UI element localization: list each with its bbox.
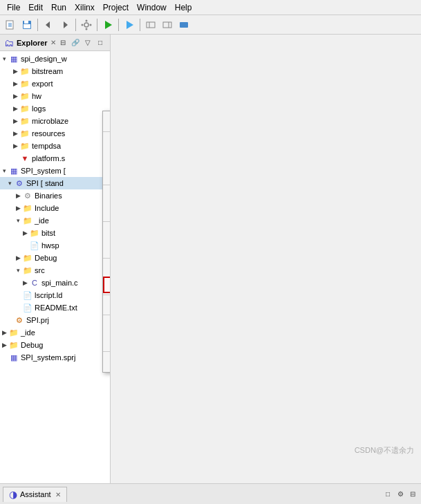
folder-icon-export: 📁 <box>19 79 30 88</box>
maximize-icon[interactable]: □ <box>95 37 106 48</box>
toolbar-separator-3 <box>97 19 97 31</box>
label-bitst: bitst <box>41 229 55 237</box>
ext1-button[interactable] <box>143 17 158 32</box>
main-layout: 🗂 Explorer ✕ ⊟ 🔗 ▽ □ ▾ ▦ spi_design_w <box>0 35 421 483</box>
tree-item-resources[interactable]: ▶ 📁 resources <box>0 127 110 140</box>
ctx-delete[interactable]: ✕ Delete <box>103 150 111 167</box>
folder-icon-src: 📁 <box>22 265 33 275</box>
debug-button[interactable] <box>122 17 137 32</box>
ctx-debug-as[interactable]: Debug As ▶ <box>103 333 111 350</box>
ctx-sep-5 <box>103 295 111 295</box>
tree-item-spi-design-w[interactable]: ▾ ▦ spi_design_w <box>0 53 110 65</box>
label-microblaze: microblaze <box>32 117 68 125</box>
label-debug: Debug <box>35 254 57 262</box>
ext2-button[interactable] <box>160 17 175 32</box>
panel-icons: ⊟ 🔗 ▽ □ <box>57 37 106 48</box>
save-button[interactable] <box>19 17 35 32</box>
assistant-tab-label: Assistant <box>20 490 51 498</box>
tree-item-binaries[interactable]: ▶ ⚙ Binaries <box>0 189 110 202</box>
menu-project[interactable]: Project <box>99 1 133 14</box>
tree-item-spi-system-sprj[interactable]: ▦ SPI_system.sprj <box>0 351 110 364</box>
panel-close[interactable]: ✕ <box>50 39 56 46</box>
menu-file[interactable]: File <box>3 1 24 14</box>
collapse-all-icon[interactable]: ⊟ <box>57 37 68 48</box>
tree-item-platform-s[interactable]: ▼ platform.s <box>0 152 110 165</box>
panel-title: Explorer <box>17 39 48 47</box>
toolbar <box>0 15 421 35</box>
assistant-icon: ◑ <box>9 489 17 500</box>
folder-icon-debug: 📁 <box>22 253 33 263</box>
ctx-build[interactable]: Build Project <box>103 223 111 240</box>
bottom-settings-icon[interactable]: ⚙ <box>395 489 406 500</box>
tree-item-include[interactable]: ▶ 📁 Include <box>0 202 110 214</box>
ctx-update-hw[interactable]: 📋 Update Hardware Specification <box>103 277 111 293</box>
svg-marker-8 <box>64 21 68 28</box>
link-icon[interactable]: 🔗 <box>70 37 81 48</box>
tree-item-src[interactable]: ▾ 📁 src <box>0 264 110 277</box>
arrow-spi-system: ▾ <box>0 167 8 174</box>
label-platform-s: platform.s <box>32 154 65 162</box>
ctx-properties[interactable]: Properties <box>103 353 111 370</box>
folder-icon-include: 📁 <box>22 203 33 213</box>
ctx-run-as[interactable]: Run As ▶ <box>103 317 111 333</box>
ext3-button[interactable] <box>176 17 191 32</box>
folder-icon-debug-root: 📁 <box>8 340 19 350</box>
bottom-tab-icons: □ ⚙ ⊟ <box>382 489 418 500</box>
arrow-include: ▶ <box>14 205 22 212</box>
run-button[interactable] <box>100 17 115 32</box>
toolbar-separator-2 <box>75 19 76 31</box>
tree-item-ide-root[interactable]: ▶ 📁 _ide <box>0 326 110 339</box>
tree-item-bitst[interactable]: ▶ 📁 bitst <box>0 227 110 239</box>
svg-point-11 <box>86 28 88 30</box>
bottom-layout-icon[interactable]: ⊟ <box>407 489 418 500</box>
tree-item-hwsp[interactable]: 📄 hwsp <box>0 239 110 252</box>
folder-icon-binaries: ⚙ <box>22 191 33 200</box>
tree-item-spi-prj[interactable]: ⚙ SPI.prj <box>0 314 110 326</box>
new-button[interactable] <box>3 17 18 32</box>
tree-item-lscript-ld[interactable]: 📄 lscript.ld <box>0 289 110 301</box>
menu-edit[interactable]: Edit <box>24 1 47 14</box>
tree-item-debug-root[interactable]: ▶ 📁 Debug <box>0 339 110 351</box>
tree-item-hw[interactable]: ▶ 📁 hw <box>0 90 110 102</box>
folder-icon-tempdsa: 📁 <box>19 141 30 151</box>
tree-item-logs[interactable]: ▶ 📁 logs <box>0 102 110 115</box>
folder-icon-bitstream: 📁 <box>19 66 30 76</box>
label-ide-root: _ide <box>21 328 35 337</box>
tree-item-microblaze[interactable]: ▶ 📁 microblaze <box>0 115 110 127</box>
menu-window[interactable]: Window <box>133 1 171 14</box>
ctx-copy-ref[interactable]: ↙ Copy referenced files into project <box>103 260 111 277</box>
ctx-export[interactable]: 📤 Export as Archive <box>103 203 111 220</box>
menu-run[interactable]: Run <box>47 1 71 14</box>
assistant-tab-close[interactable]: ✕ <box>55 491 61 498</box>
label-spi-prj: SPI.prj <box>26 316 49 324</box>
back-button[interactable] <box>41 17 56 32</box>
ctx-import[interactable]: 📥 Import Sources... <box>103 187 111 203</box>
tree-item-spi-main-c[interactable]: ▶ C spi_main.c <box>0 277 110 289</box>
svg-marker-7 <box>46 21 50 28</box>
settings-button[interactable] <box>79 17 94 32</box>
tree-item-spi-stand[interactable]: ▾ ⚙ SPI [ stand <box>0 177 110 189</box>
ctx-clean[interactable]: Clean Project <box>103 240 111 256</box>
label-tempdsa: tempdsa <box>32 142 61 150</box>
arrow-tempdsa: ▶ <box>11 142 19 149</box>
tree-item-spi-system[interactable]: ▾ ▦ SPI_system [ <box>0 165 110 177</box>
ctx-refresh[interactable]: Refresh <box>103 167 111 183</box>
tree-item-readme-txt[interactable]: 📄 README.txt <box>0 301 110 314</box>
menu-help[interactable]: Help <box>171 1 196 14</box>
forward-button[interactable] <box>57 17 73 32</box>
ctx-new[interactable]: New ▶ <box>103 113 111 130</box>
ctx-sep-4 <box>103 258 111 259</box>
menu-icon[interactable]: ▽ <box>82 37 93 48</box>
tree-item-export[interactable]: ▶ 📁 export <box>0 77 110 90</box>
tree-item-bitstream[interactable]: ▶ 📁 bitstream <box>0 65 110 77</box>
arrow-bitst: ▶ <box>21 230 29 236</box>
assistant-tab[interactable]: ◑ Assistant ✕ <box>3 487 67 502</box>
tree-item-ide[interactable]: ▾ 📁 _ide <box>0 214 110 227</box>
tree-item-tempdsa[interactable]: ▶ 📁 tempdsa <box>0 140 110 152</box>
bottom-min-icon[interactable]: □ <box>382 489 393 500</box>
tree-item-debug[interactable]: ▶ 📁 Debug <box>0 252 110 264</box>
menu-xilinx[interactable]: Xilinx <box>71 1 99 14</box>
file-tree: ▾ ▦ spi_design_w ▶ 📁 bitstream ▶ 📁 expor… <box>0 51 110 483</box>
ctx-team[interactable]: Team ▶ <box>103 297 111 313</box>
label-resources: resources <box>32 129 65 138</box>
